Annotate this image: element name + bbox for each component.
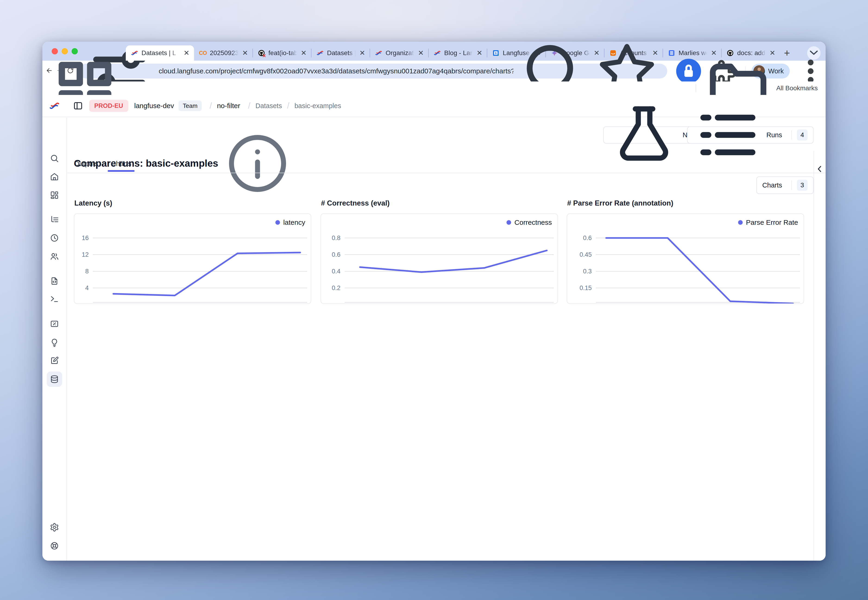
tab-divider — [252, 48, 253, 58]
tab-label: Charts — [111, 160, 131, 168]
sidebar-item-datasets[interactable] — [47, 371, 62, 387]
sidebar-item-support[interactable] — [50, 541, 59, 551]
support-icon — [50, 541, 59, 550]
collapse-panel-button[interactable] — [815, 164, 825, 174]
legend-dot-icon — [507, 220, 511, 225]
tab-title: Blog - Lang — [444, 49, 473, 57]
tab-close-icon[interactable]: ✕ — [183, 49, 190, 57]
svg-text:0.3: 0.3 — [583, 268, 592, 275]
chart-legend: Parse Error Rate — [738, 218, 798, 226]
svg-text:0.8: 0.8 — [332, 235, 340, 241]
sidebar-item-playground[interactable] — [50, 294, 59, 304]
tab-close-icon[interactable]: ✕ — [300, 49, 307, 57]
breadcrumb-separator: / — [248, 101, 250, 111]
svg-text:0.4: 0.4 — [332, 268, 340, 275]
svg-text:16: 16 — [82, 235, 89, 241]
settings-icon — [50, 523, 59, 532]
charts-label: Charts — [762, 182, 782, 189]
langfuse-app: PROD-EU langfuse-dev Team / no-filter / … — [42, 95, 826, 561]
svg-text:12: 12 — [82, 251, 89, 258]
environment-badge: PROD-EU — [89, 100, 128, 112]
tab-close-icon[interactable]: ✕ — [476, 49, 483, 57]
all-bookmarks-label: All Bookmarks — [776, 85, 818, 92]
sidebar-item-dashboards[interactable] — [50, 190, 59, 200]
main-content: Compare runs: basic-examples New experim… — [67, 118, 826, 561]
chart-group: # Parse Error Rate (annotation)0.60.450.… — [567, 199, 804, 304]
tab-title: feat(io-tab — [269, 49, 297, 57]
button-divider — [791, 180, 792, 190]
tab-outputs[interactable]: Outputs — [74, 156, 98, 172]
tab-charts[interactable]: Charts — [111, 156, 131, 172]
browser-tab[interactable]: Blog - Lang✕ — [428, 45, 487, 61]
organization-name[interactable]: langfuse-dev — [134, 102, 174, 110]
charts-count-badge: 3 — [797, 180, 807, 191]
tab-divider — [663, 48, 663, 58]
bookmarks-divider — [696, 84, 696, 92]
sidebar-item-scores[interactable] — [50, 319, 59, 329]
dashboards-icon — [50, 191, 59, 200]
tab-title: Datasets | L — [327, 49, 356, 57]
chart-title: # Parse Error Rate (annotation) — [567, 199, 804, 208]
runs-dropdown-button[interactable]: Runs 4 — [687, 126, 813, 144]
langfuse-logo-icon[interactable] — [49, 100, 60, 111]
tab-title: Organizatio — [385, 49, 414, 57]
legend-dot-icon — [275, 220, 280, 225]
project-name[interactable]: no-filter — [217, 102, 240, 110]
breadcrumb-dataset-name[interactable]: basic-examples — [294, 102, 341, 110]
scores-icon — [50, 319, 59, 329]
annotation-icon — [50, 356, 59, 365]
prompts-icon — [50, 276, 59, 286]
svg-text:0.45: 0.45 — [580, 251, 592, 258]
charts-dropdown-button[interactable]: Charts 3 — [756, 176, 813, 194]
browser-tab[interactable]: CO20250923✕ — [194, 45, 253, 61]
svg-text:4: 4 — [85, 285, 89, 291]
chart-card: 161284 latency — [74, 214, 311, 304]
sidebar-item-annotation[interactable] — [50, 356, 59, 365]
tab-title: 20250923 — [210, 49, 238, 57]
sidebar-item-tracing[interactable] — [50, 215, 59, 224]
tab-divider — [311, 48, 311, 58]
sidebar-item-home[interactable] — [50, 172, 59, 182]
co-icon: CO — [199, 49, 206, 57]
address-bar[interactable]: cloud.langfuse.com/project/cmfwgv8fx002o… — [79, 64, 667, 79]
button-divider — [791, 130, 792, 139]
playground-icon — [50, 294, 59, 303]
browser-tab[interactable]: Organizatio✕ — [370, 45, 428, 61]
chart-legend: latency — [275, 218, 305, 226]
sidebar-item-users[interactable] — [50, 252, 59, 261]
browser-tab[interactable]: Datasets | L✕ — [311, 45, 370, 61]
breadcrumb-datasets[interactable]: Datasets — [255, 102, 282, 110]
tab-close-icon[interactable]: ✕ — [242, 49, 249, 57]
page-tabs: OutputsCharts — [67, 152, 826, 173]
chart-group: Latency (s)161284 latency — [74, 199, 311, 304]
sidebar-item-prompts[interactable] — [50, 276, 59, 286]
browser-tab[interactable]: ✕feat(io-tab✕ — [253, 45, 311, 61]
breadcrumb-separator: / — [287, 101, 289, 111]
svg-text:8: 8 — [85, 268, 89, 275]
users-icon — [50, 252, 59, 261]
sidebar-item-sessions[interactable] — [50, 233, 59, 243]
sessions-icon — [50, 233, 59, 242]
runs-count-badge: 4 — [797, 129, 807, 141]
chart-group: # Correctness (eval)0.80.60.40.2 Correct… — [320, 199, 558, 304]
line-chart: 0.60.450.30.15 — [567, 214, 804, 303]
tab-close-icon[interactable]: ✕ — [417, 49, 424, 57]
evals-icon — [50, 338, 59, 347]
search-icon — [50, 154, 59, 163]
org-type-pill: Team — [179, 100, 202, 111]
tab-close-icon[interactable]: ✕ — [359, 49, 366, 57]
svg-text:6: 6 — [495, 52, 496, 55]
active-tab-underline — [108, 170, 135, 172]
tracing-icon — [50, 215, 59, 224]
toggle-sidebar-icon[interactable] — [73, 101, 83, 111]
sidebar-item-settings[interactable] — [50, 523, 59, 532]
svg-text:0.2: 0.2 — [332, 285, 340, 291]
chart-card: 0.80.60.40.2 Correctness — [320, 214, 558, 304]
legend-label: Parse Error Rate — [746, 218, 798, 226]
sidebar-item-search[interactable] — [50, 153, 59, 163]
bookmarks-bar: All Bookmarks — [42, 82, 826, 95]
sidebar-item-evals[interactable] — [50, 338, 59, 347]
browser-tab[interactable]: Datasets | L✕ — [126, 45, 194, 61]
url-text[interactable]: cloud.langfuse.com/project/cmfwgv8fx002o… — [159, 67, 513, 75]
tab-divider — [370, 48, 370, 58]
